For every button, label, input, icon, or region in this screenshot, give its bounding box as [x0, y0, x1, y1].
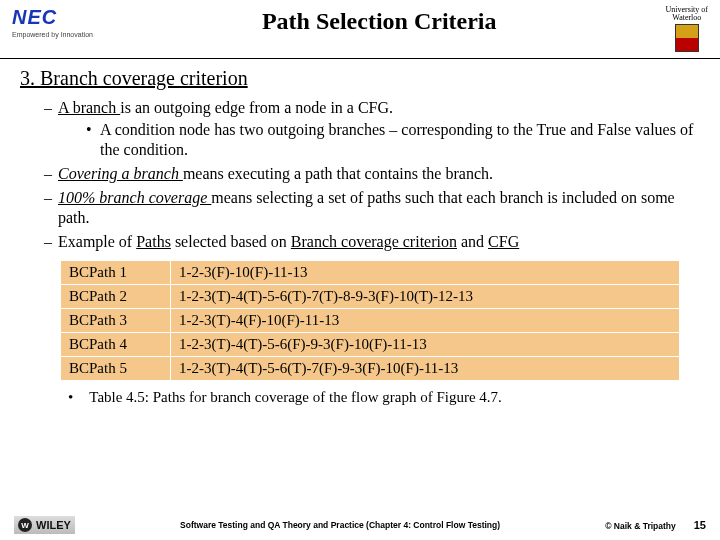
wiley-icon: W	[18, 518, 32, 532]
term-100pct: 100% branch coverage	[58, 189, 211, 206]
table-caption-row: • Table 4.5: Paths for branch coverage o…	[60, 389, 700, 406]
bullet-condition-node: A condition node has two outgoing branch…	[86, 120, 700, 160]
header-rule	[0, 58, 720, 59]
table-caption: Table 4.5: Paths for branch coverage of …	[89, 389, 502, 406]
table-row: BCPath 31-2-3(T)-4(F)-10(F)-11-13	[61, 309, 680, 333]
table-row: BCPath 51-2-3(T)-4(T)-5-6(T)-7(F)-9-3(F)…	[61, 357, 680, 381]
slide-header: NEC Empowered by Innovation Path Selecti…	[0, 0, 720, 56]
wiley-wordmark: WILEY	[36, 519, 71, 531]
table-row: BCPath 41-2-3(T)-4(T)-5-6(F)-9-3(F)-10(F…	[61, 333, 680, 357]
nec-tagline: Empowered by Innovation	[12, 31, 93, 38]
paths-table: BCPath 11-2-3(F)-10(F)-11-13 BCPath 21-2…	[60, 260, 680, 381]
bullet-branch-def: A branch is an outgoing edge from a node…	[44, 98, 700, 160]
slide-footer: W WILEY Software Testing and QA Theory a…	[0, 516, 720, 534]
slide-body: 3. Branch coverage criterion A branch is…	[0, 67, 720, 406]
nec-logo: NEC Empowered by Innovation	[12, 6, 93, 38]
bullet-covering: Covering a branch means executing a path…	[44, 164, 700, 184]
nec-wordmark: NEC	[12, 6, 57, 29]
bullet-100pct: 100% branch coverage means selecting a s…	[44, 188, 700, 228]
slide-title: Path Selection Criteria	[93, 6, 666, 35]
bullet-example: Example of Paths selected based on Branc…	[44, 232, 700, 252]
copyright: © Naik & Tripathy	[605, 521, 676, 531]
page-number: 15	[694, 519, 706, 531]
bullet-icon: •	[68, 389, 73, 406]
table-row: BCPath 21-2-3(T)-4(T)-5-6(T)-7(T)-8-9-3(…	[61, 285, 680, 309]
footer-right: © Naik & Tripathy 15	[605, 519, 706, 531]
shield-icon	[675, 24, 699, 52]
term-covering: Covering a branch	[58, 165, 183, 182]
waterloo-logo: University of Waterloo	[666, 6, 708, 52]
section-heading: 3. Branch coverage criterion	[20, 67, 700, 90]
wiley-logo: W WILEY	[14, 516, 75, 534]
table-row: BCPath 11-2-3(F)-10(F)-11-13	[61, 261, 680, 285]
footer-center: Software Testing and QA Theory and Pract…	[75, 520, 605, 530]
uw-text-2: Waterloo	[672, 14, 701, 22]
term-branch: A branch	[58, 99, 120, 116]
